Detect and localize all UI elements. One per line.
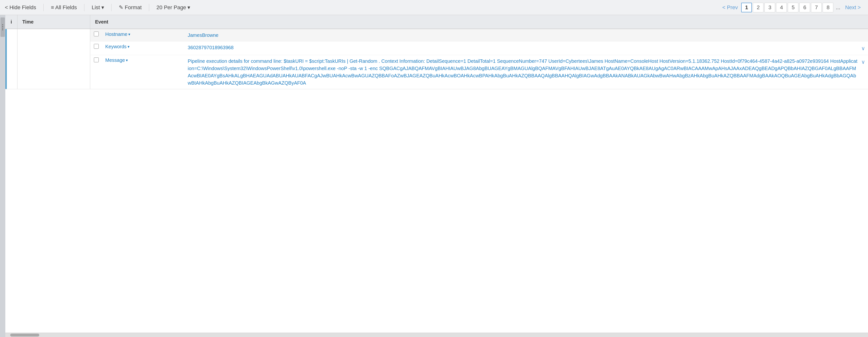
toolbar-divider-3 bbox=[111, 4, 112, 11]
prev-page-button[interactable]: < Prev bbox=[720, 3, 740, 12]
prev-label: < Prev bbox=[722, 4, 738, 11]
toolbar-divider-4 bbox=[149, 4, 149, 11]
keywords-expand-icon[interactable]: ∨ bbox=[858, 44, 865, 52]
row-index-cell bbox=[7, 29, 18, 89]
hostname-value-text: JamesBrowne bbox=[188, 32, 865, 39]
keywords-checkbox[interactable] bbox=[94, 44, 99, 49]
page-3-button[interactable]: 3 bbox=[765, 3, 775, 12]
hostname-checkbox[interactable] bbox=[94, 32, 99, 36]
table-area: i Time Event bbox=[5, 15, 868, 337]
page-5-label: 5 bbox=[792, 4, 795, 11]
next-label: Next > bbox=[845, 4, 861, 11]
keywords-checkbox-container bbox=[90, 41, 102, 49]
scroll-bar[interactable] bbox=[5, 333, 868, 337]
hide-fields-label: < Hide Fields bbox=[5, 4, 36, 11]
scroll-thumb[interactable] bbox=[10, 334, 39, 337]
page-ellipsis: ... bbox=[834, 4, 842, 11]
page-2-label: 2 bbox=[757, 4, 760, 11]
page-7-button[interactable]: 7 bbox=[811, 3, 822, 12]
table-row: Hostname ▾ JamesBrowne Keywords bbox=[5, 29, 868, 89]
list-label: List bbox=[92, 4, 100, 11]
sidebar-toggle-button[interactable] bbox=[0, 18, 5, 37]
page-5-button[interactable]: 5 bbox=[788, 3, 798, 12]
per-page-button[interactable]: 20 Per Page ▾ bbox=[156, 4, 190, 11]
format-button[interactable]: ✎ Format bbox=[119, 4, 142, 11]
row-event-cell: Hostname ▾ JamesBrowne Keywords bbox=[90, 29, 868, 89]
hostname-field-name[interactable]: Hostname ▾ bbox=[102, 29, 185, 39]
row-time-cell bbox=[18, 29, 90, 89]
page-6-button[interactable]: 6 bbox=[799, 3, 810, 12]
message-field-value: Pipeline execution details for command l… bbox=[185, 55, 868, 89]
keywords-field-value: 36028797018963968 ∨ bbox=[185, 41, 868, 55]
page-4-button[interactable]: 4 bbox=[776, 3, 787, 12]
pagination: < Prev 1 2 3 4 5 6 7 8 ... Next > bbox=[720, 3, 863, 12]
toolbar-divider-1 bbox=[43, 4, 44, 11]
message-expand-icon[interactable]: ∨ bbox=[858, 58, 865, 66]
page-3-label: 3 bbox=[768, 4, 771, 11]
per-page-arrow-icon: ▾ bbox=[187, 4, 190, 11]
hostname-field-row: Hostname ▾ JamesBrowne bbox=[90, 29, 868, 41]
hostname-field-value: JamesBrowne bbox=[185, 29, 868, 41]
list-arrow-icon: ▾ bbox=[101, 4, 104, 11]
page-7-label: 7 bbox=[815, 4, 818, 11]
keywords-field-name[interactable]: Keywords ▾ bbox=[102, 41, 185, 52]
index-col-label: i bbox=[11, 19, 12, 25]
toggle-dot-1 bbox=[2, 24, 3, 25]
page-8-label: 8 bbox=[827, 4, 830, 11]
left-sidebar bbox=[0, 15, 5, 337]
keywords-value-text: 36028797018963968 bbox=[188, 44, 858, 51]
main-content: i Time Event bbox=[0, 15, 868, 337]
hide-fields-button[interactable]: < Hide Fields bbox=[5, 4, 36, 11]
event-column-header: Event bbox=[90, 15, 868, 29]
time-column-header: Time bbox=[18, 15, 90, 29]
message-checkbox-container bbox=[90, 55, 102, 62]
message-value-text: Pipeline execution details for command l… bbox=[188, 58, 858, 87]
toggle-dot-2 bbox=[2, 26, 3, 27]
hostname-dropdown-icon[interactable]: ▾ bbox=[128, 32, 130, 37]
all-fields-label: ≡ All Fields bbox=[51, 4, 77, 11]
index-column-header: i bbox=[5, 15, 18, 29]
keywords-label: Keywords bbox=[105, 44, 127, 50]
hostname-label: Hostname bbox=[105, 32, 127, 37]
keywords-dropdown-icon[interactable]: ▾ bbox=[128, 44, 129, 49]
time-col-label: Time bbox=[22, 19, 33, 25]
event-col-label: Event bbox=[95, 19, 108, 25]
message-dropdown-icon[interactable]: ▾ bbox=[126, 58, 128, 63]
list-button[interactable]: List ▾ bbox=[92, 4, 104, 11]
toolbar: < Hide Fields ≡ All Fields List ▾ ✎ Form… bbox=[0, 0, 868, 15]
page-1-label: 1 bbox=[745, 4, 748, 11]
table-header: i Time Event bbox=[5, 15, 868, 29]
page-1-button[interactable]: 1 bbox=[741, 3, 752, 12]
per-page-label: 20 Per Page bbox=[156, 4, 186, 11]
page-2-button[interactable]: 2 bbox=[753, 3, 764, 12]
page-4-label: 4 bbox=[780, 4, 783, 11]
page-6-label: 6 bbox=[803, 4, 806, 11]
format-label: ✎ Format bbox=[119, 4, 142, 11]
next-page-button[interactable]: Next > bbox=[843, 3, 863, 12]
message-checkbox[interactable] bbox=[94, 58, 99, 62]
table-body: Hostname ▾ JamesBrowne Keywords bbox=[5, 29, 868, 333]
page-8-button[interactable]: 8 bbox=[823, 3, 833, 12]
message-field-row: Message ▾ Pipeline execution details for… bbox=[90, 55, 868, 89]
toggle-dot-3 bbox=[2, 28, 3, 29]
hostname-checkbox-container bbox=[90, 29, 102, 36]
all-fields-button[interactable]: ≡ All Fields bbox=[51, 4, 77, 11]
message-label: Message bbox=[105, 58, 125, 63]
keywords-field-row: Keywords ▾ 36028797018963968 ∨ bbox=[90, 41, 868, 55]
message-field-name[interactable]: Message ▾ bbox=[102, 55, 185, 65]
toggle-dot-4 bbox=[2, 29, 3, 30]
